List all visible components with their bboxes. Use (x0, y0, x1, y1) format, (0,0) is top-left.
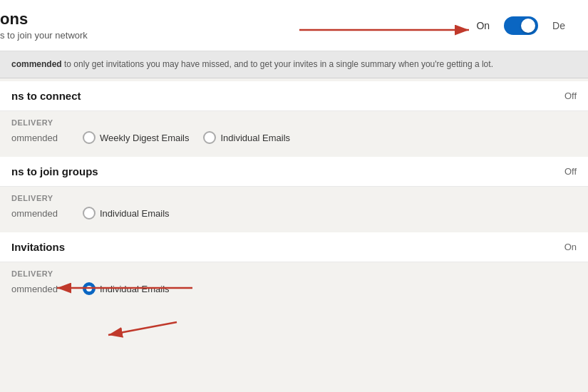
section-invitations-delivery: DELIVERY ommended Individual Emails (0, 262, 588, 305)
section-invitations-title: Invitations (11, 241, 65, 253)
radio-circle-weekly (83, 131, 96, 144)
top-section-left: ons s to join your network (0, 10, 88, 41)
delivery-options-invitations: ommended Individual Emails (11, 281, 577, 295)
page-title: ons (0, 10, 88, 29)
arrow-to-radio (108, 322, 177, 335)
recommended-label-connect: ommended (11, 133, 68, 143)
delivery-label-groups: DELIVERY (11, 194, 577, 202)
section-connect-delivery: DELIVERY ommended Weekly Digest Emails I… (0, 111, 588, 154)
radio-label-individual-connect: Individual Emails (220, 133, 290, 143)
section-connect-title: ns to connect (11, 90, 81, 102)
radio-circle-individual-groups (83, 207, 96, 220)
radio-label-weekly: Weekly Digest Emails (100, 133, 189, 143)
delivery-label-invitations: DELIVERY (11, 269, 577, 278)
info-recommended: commended (11, 59, 62, 69)
top-controls: On De (476, 16, 577, 35)
delivery-options-connect: ommended Weekly Digest Emails Individual… (11, 130, 577, 144)
info-text: to only get invitations you may have mis… (62, 59, 493, 69)
recommended-label-invitations: ommended (11, 284, 68, 294)
section-groups-delivery: DELIVERY ommended Individual Emails (0, 187, 588, 229)
radio-circle-individual-connect (203, 131, 216, 144)
section-groups-status: Off (564, 166, 577, 177)
radio-label-individual-groups: Individual Emails (100, 208, 170, 219)
radio-circle-individual-invitations (83, 282, 96, 295)
section-invitations-status: On (564, 242, 577, 252)
section-connect-status: Off (564, 91, 577, 101)
section-invitations: Invitations On DELIVERY ommended Individ… (0, 232, 588, 305)
page-wrapper: ons s to join your network On De commend… (0, 0, 588, 392)
delivery-options-groups: ommended Individual Emails (11, 205, 577, 220)
section-groups: ns to join groups Off DELIVERY ommended … (0, 157, 588, 229)
delivery-label-connect: DELIVERY (11, 118, 577, 127)
radio-label-individual-invitations: Individual Emails (100, 284, 170, 294)
toggle-on-label: On (476, 20, 490, 31)
section-connect-header: ns to connect Off (0, 81, 588, 111)
radio-individual-connect[interactable]: Individual Emails (203, 131, 290, 144)
recommended-label-groups: ommended (11, 208, 68, 219)
section-invitations-header: Invitations On (0, 232, 588, 262)
page-subtitle: s to join your network (0, 30, 88, 41)
info-bar: commended to only get invitations you ma… (0, 51, 588, 78)
de-label: De (552, 20, 568, 31)
section-groups-title: ns to join groups (11, 165, 98, 177)
notifications-toggle[interactable] (504, 16, 538, 35)
top-section: ons s to join your network On De (0, 0, 588, 51)
section-connect: ns to connect Off DELIVERY ommended Week… (0, 81, 588, 154)
section-groups-header: ns to join groups Off (0, 157, 588, 187)
radio-weekly-connect[interactable]: Weekly Digest Emails (83, 131, 189, 144)
radio-individual-invitations[interactable]: Individual Emails (83, 282, 170, 295)
radio-individual-groups[interactable]: Individual Emails (83, 207, 170, 220)
